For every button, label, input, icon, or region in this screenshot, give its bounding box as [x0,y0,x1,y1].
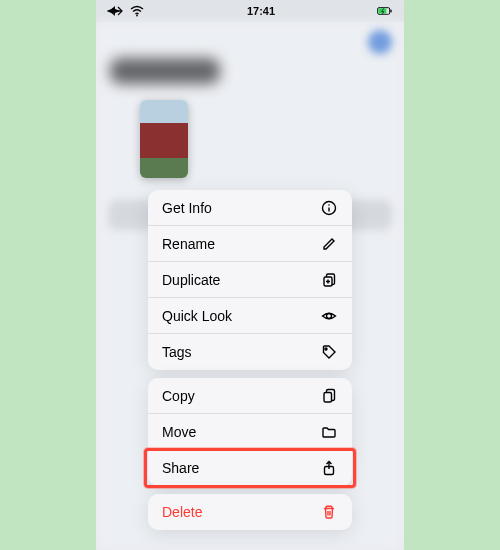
menu-item-label: Tags [162,344,192,360]
menu-item-label: Rename [162,236,215,252]
menu-item-share[interactable]: Share [148,450,352,486]
trash-icon [320,503,338,521]
menu-item-move[interactable]: Move [148,414,352,450]
svg-point-7 [327,313,332,318]
status-time: 17:41 [247,5,275,17]
svg-rect-9 [324,392,332,402]
duplicate-icon [320,271,338,289]
menu-item-delete[interactable]: Delete [148,494,352,530]
battery-charging-icon [376,2,394,20]
blurred-header-button [368,30,392,54]
menu-item-label: Share [162,460,199,476]
menu-item-duplicate[interactable]: Duplicate [148,262,352,298]
svg-point-8 [325,348,327,350]
menu-item-quick-look[interactable]: Quick Look [148,298,352,334]
menu-item-copy[interactable]: Copy [148,378,352,414]
phone-screen: 17:41 Get InfoRenameDuplicateQuick LookT… [96,0,404,550]
menu-group: Get InfoRenameDuplicateQuick LookTags [148,190,352,370]
menu-item-label: Delete [162,504,202,520]
airplane-mode-icon [106,2,124,20]
menu-item-label: Duplicate [162,272,220,288]
wifi-icon [128,2,146,20]
page-title-blurred [110,58,220,84]
svg-rect-3 [390,10,391,13]
menu-item-rename[interactable]: Rename [148,226,352,262]
folder-icon [320,423,338,441]
menu-item-label: Move [162,424,196,440]
svg-point-0 [136,15,138,17]
info-icon [320,199,338,217]
copy-icon [320,387,338,405]
video-thumbnail[interactable] [140,100,188,178]
eye-icon [320,307,338,325]
menu-item-tags[interactable]: Tags [148,334,352,370]
menu-item-label: Copy [162,388,195,404]
menu-item-get-info[interactable]: Get Info [148,190,352,226]
menu-item-label: Quick Look [162,308,232,324]
status-bar: 17:41 [96,0,404,22]
context-menu: Get InfoRenameDuplicateQuick LookTagsCop… [148,190,352,538]
menu-group: CopyMoveShare [148,378,352,486]
menu-item-label: Get Info [162,200,212,216]
svg-point-5 [328,204,330,206]
pencil-icon [320,235,338,253]
share-icon [320,459,338,477]
tag-icon [320,343,338,361]
menu-group: Delete [148,494,352,530]
